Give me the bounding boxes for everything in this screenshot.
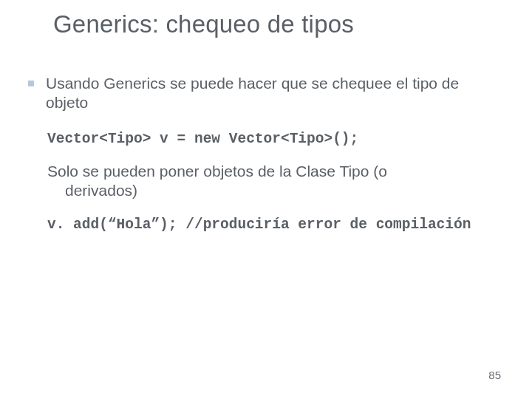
- slide-title: Generics: chequeo de tipos: [53, 10, 354, 38]
- square-bullet-icon: [28, 81, 34, 86]
- page-number: 85: [488, 369, 501, 381]
- paragraph-2: Solo se pueden poner objetos de la Clase…: [47, 162, 483, 201]
- paragraph-2-line2: derivados): [65, 182, 137, 199]
- code-line-1: Vector<Tipo> v = new Vector<Tipo>();: [47, 131, 510, 147]
- bullet-text-1: Usando Generics se puede hacer que se ch…: [46, 74, 497, 113]
- bullet-item-1: Usando Generics se puede hacer que se ch…: [28, 74, 510, 113]
- paragraph-2-line1: Solo se pueden poner objetos de la Clase…: [47, 163, 387, 180]
- slide-body: Usando Generics se puede hacer que se ch…: [28, 74, 510, 248]
- slide: Generics: chequeo de tipos Usando Generi…: [0, 0, 532, 399]
- code-line-2: v. add(“Hola”); //produciría error de co…: [47, 216, 510, 233]
